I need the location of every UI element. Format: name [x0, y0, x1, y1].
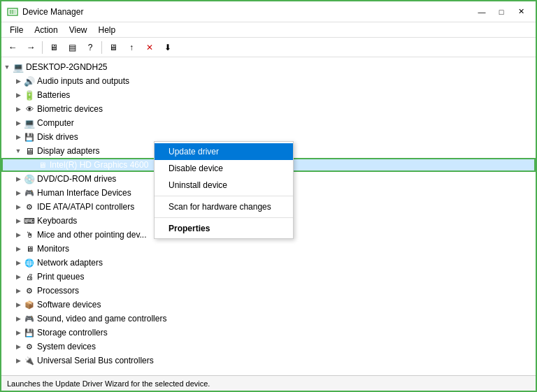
toolbar: ← → 🖥 ▤ ? 🖥 ↑ ✕ ⬇ — [1, 38, 536, 57]
network-label: Network adapters — [37, 258, 103, 268]
toolbar-scan[interactable]: ⬇ — [159, 40, 176, 55]
toolbar-list[interactable]: ▤ — [64, 40, 80, 55]
network-icon: 🌐 — [24, 257, 35, 268]
ctx-disable-device[interactable]: Disable device — [155, 160, 293, 177]
ctx-properties[interactable]: Properties — [155, 220, 293, 237]
menu-file[interactable]: File — [4, 24, 29, 36]
expand-disk: ▶ — [13, 131, 24, 143]
expand-mice: ▶ — [13, 229, 24, 240]
disk-label: Disk drives — [37, 132, 78, 142]
tree-item-usb[interactable]: ▶ 🔌 Universal Serial Bus controllers — [1, 354, 536, 368]
device-manager-window: Device Manager — □ ✕ File Action View He… — [0, 0, 537, 392]
menu-bar: File Action View Help — [1, 22, 536, 38]
toolbar-monitor[interactable]: 🖥 — [105, 40, 122, 55]
expand-system: ▶ — [13, 341, 24, 352]
print-label: Print queues — [37, 272, 84, 282]
usb-icon: 🔌 — [24, 355, 35, 366]
expand-intel — [25, 159, 36, 170]
monitors-label: Monitors — [37, 244, 69, 254]
tree-item-computer[interactable]: ▶ 💻 Computer — [1, 116, 536, 130]
status-bar: Launches the Update Driver Wizard for th… — [1, 375, 536, 391]
expand-monitors: ▶ — [13, 243, 24, 254]
audio-label: Audio inputs and outputs — [37, 76, 129, 86]
mice-label: Mice and other pointing dev... — [37, 230, 147, 240]
expand-keyboard: ▶ — [13, 215, 24, 226]
ctx-scan-hardware[interactable]: Scan for hardware changes — [155, 198, 293, 215]
main-content: ▼ 💻 DESKTOP-2GNDH25 ▶ 🔊 Audio inputs and… — [1, 57, 536, 375]
title-bar-controls: — □ ✕ — [473, 5, 530, 19]
ctx-update-driver[interactable]: Update driver — [155, 143, 293, 160]
tree-item-monitors[interactable]: ▶ 🖥 Monitors — [1, 242, 536, 256]
sound-label: Sound, video and game controllers — [37, 314, 166, 324]
tree-item-storage[interactable]: ▶ 💾 Storage controllers — [1, 326, 536, 340]
software-label: Software devices — [37, 300, 101, 310]
window-title: Device Manager — [22, 7, 83, 17]
title-bar-left: Device Manager — [7, 6, 83, 17]
tree-item-system[interactable]: ▶ ⚙ System devices — [1, 340, 536, 354]
expand-biometric: ▶ — [13, 103, 24, 115]
tree-item-network[interactable]: ▶ 🌐 Network adapters — [1, 256, 536, 270]
expand-storage: ▶ — [13, 327, 24, 338]
toolbar-back[interactable]: ← — [4, 40, 21, 55]
expand-usb: ▶ — [13, 355, 24, 366]
expand-sound: ▶ — [13, 313, 24, 324]
expand-computer: ▶ — [13, 117, 24, 129]
app-icon — [7, 6, 18, 17]
processors-label: Processors — [37, 286, 79, 296]
tree-item-audio[interactable]: ▶ 🔊 Audio inputs and outputs — [1, 74, 536, 88]
menu-view[interactable]: View — [64, 24, 93, 36]
hid-icon: 🎮 — [24, 187, 35, 198]
expand-print: ▶ — [13, 271, 24, 282]
biometric-icon: 👁 — [24, 103, 35, 115]
keyboard-label: Keyboards — [37, 216, 77, 226]
title-bar: Device Manager — □ ✕ — [1, 1, 536, 22]
tree-item-sound[interactable]: ▶ 🎮 Sound, video and game controllers — [1, 312, 536, 326]
expand-root: ▼ — [1, 61, 13, 73]
tree-item-print[interactable]: ▶ 🖨 Print queues — [1, 270, 536, 284]
batteries-icon: 🔋 — [24, 89, 35, 101]
processors-icon: ⚙ — [24, 285, 35, 296]
display-label: Display adapters — [37, 146, 99, 156]
context-menu: Update driver Disable device Uninstall d… — [154, 141, 294, 239]
tree-item-software[interactable]: ▶ 📦 Software devices — [1, 298, 536, 312]
expand-audio: ▶ — [13, 75, 24, 87]
computer-icon: 💻 — [13, 61, 24, 73]
tree-item-biometric[interactable]: ▶ 👁 Biometric devices — [1, 102, 536, 116]
tree-item-processors[interactable]: ▶ ⚙ Processors — [1, 284, 536, 298]
close-button[interactable]: ✕ — [512, 5, 530, 19]
keyboard-icon: ⌨ — [24, 215, 35, 226]
minimize-button[interactable]: — — [473, 5, 491, 19]
expand-network: ▶ — [13, 257, 24, 268]
expand-software: ▶ — [13, 299, 24, 310]
storage-label: Storage controllers — [37, 328, 108, 337]
software-icon: 📦 — [24, 299, 35, 310]
computer-node-icon: 💻 — [24, 117, 35, 129]
toolbar-up[interactable]: ↑ — [123, 40, 140, 55]
toolbar-computer[interactable]: 🖥 — [45, 40, 62, 55]
sound-icon: 🎮 — [24, 313, 35, 324]
expand-processors: ▶ — [13, 285, 24, 296]
toolbar-sep-2 — [101, 41, 102, 54]
tree-item-batteries[interactable]: ▶ 🔋 Batteries — [1, 88, 536, 102]
maximize-button[interactable]: □ — [492, 5, 510, 19]
toolbar-help[interactable]: ? — [82, 40, 99, 55]
expand-dvd: ▶ — [13, 173, 24, 184]
status-text: Launches the Update Driver Wizard for th… — [7, 379, 210, 388]
menu-help[interactable]: Help — [93, 24, 122, 36]
ide-icon: ⚙ — [24, 201, 35, 212]
print-icon: 🖨 — [24, 271, 35, 282]
tree-root[interactable]: ▼ 💻 DESKTOP-2GNDH25 — [1, 60, 536, 74]
storage-icon: 💾 — [24, 327, 35, 338]
expand-hid: ▶ — [13, 187, 24, 198]
ctx-sep-1 — [155, 196, 293, 196]
dvd-label: DVD/CD-ROM drives — [37, 174, 116, 184]
toolbar-forward[interactable]: → — [22, 40, 39, 55]
mice-icon: 🖱 — [24, 229, 35, 240]
toolbar-remove[interactable]: ✕ — [141, 40, 158, 55]
ctx-uninstall-device[interactable]: Uninstall device — [155, 177, 293, 194]
ide-label: IDE ATA/ATAPI controllers — [37, 202, 134, 212]
monitors-icon: 🖥 — [24, 243, 35, 254]
menu-action[interactable]: Action — [29, 24, 63, 36]
audio-icon: 🔊 — [24, 75, 35, 87]
expand-ide: ▶ — [13, 201, 24, 212]
